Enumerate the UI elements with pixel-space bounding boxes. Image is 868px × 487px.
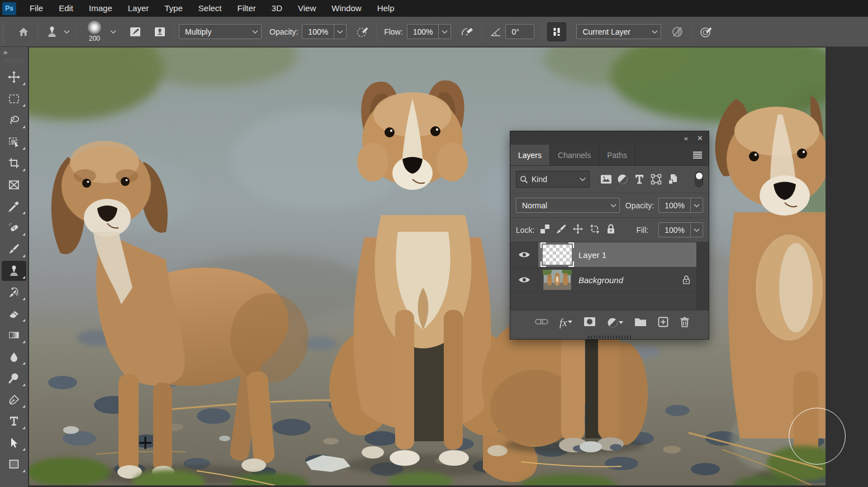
layer-opacity-value: 100% [659, 201, 690, 210]
tool-history-brush[interactable] [0, 281, 28, 303]
filter-kind-select[interactable]: Kind [516, 171, 590, 188]
tool-spot-healing-brush[interactable] [0, 217, 28, 239]
pressure-opacity-button[interactable] [353, 22, 372, 42]
tool-crop[interactable] [0, 152, 28, 174]
tool-dodge[interactable] [0, 367, 28, 389]
tool-rectangle[interactable] [0, 453, 28, 475]
pressure-size-button[interactable] [696, 22, 715, 42]
filter-smart-objects-button[interactable] [665, 174, 681, 185]
brush-angle-button[interactable] [486, 22, 505, 42]
menu-file[interactable]: File [22, 0, 51, 17]
new-layer-button[interactable] [658, 317, 668, 329]
toggle-brush-settings-button[interactable] [126, 22, 145, 42]
adjustment-flyout-triangle [619, 321, 623, 324]
collapse-panel-icon[interactable]: « [684, 134, 688, 142]
menu-window[interactable]: Window [324, 0, 369, 17]
tab-layers[interactable]: Layers [510, 145, 550, 165]
menu-type[interactable]: Type [156, 0, 191, 17]
toolbar-grip[interactable] [4, 59, 23, 63]
home-button[interactable] [14, 22, 33, 42]
filter-shape-layers-button[interactable] [648, 174, 665, 185]
background-thumbnail[interactable] [543, 270, 572, 290]
layer-row-layer1[interactable]: Layer 1 [510, 242, 709, 268]
add-layer-style-button[interactable]: fx [559, 317, 572, 329]
smart-object-filter-icon [667, 174, 679, 185]
tool-object-selection[interactable] [0, 131, 28, 153]
layer-name[interactable]: Background [578, 275, 623, 285]
delete-layer-button[interactable] [680, 316, 690, 329]
tool-type[interactable] [0, 410, 28, 432]
rectangle-shape-icon [7, 457, 21, 471]
tool-frame[interactable] [0, 174, 28, 196]
tool-brush[interactable] [0, 238, 28, 260]
flow-field[interactable]: 100% [407, 24, 452, 39]
layer-row-background[interactable]: Background [510, 268, 709, 293]
layers-scrollbar[interactable] [696, 242, 709, 310]
brush-preset-picker[interactable]: 200 [82, 21, 107, 42]
layer-opacity-field[interactable]: 100% [658, 198, 703, 213]
fill-field[interactable]: 100% [658, 222, 703, 237]
layer1-thumbnail[interactable] [543, 245, 572, 265]
close-panel-icon[interactable]: ✕ [697, 134, 703, 142]
tool-preset-chevron[interactable] [61, 30, 72, 34]
filter-pixel-layers-button[interactable] [597, 174, 614, 184]
sample-select[interactable]: Current Layer [576, 24, 661, 39]
ignore-adjustment-layers-icon [671, 25, 684, 39]
tab-paths[interactable]: Paths [599, 145, 635, 165]
tool-gradient[interactable] [0, 324, 28, 346]
opacity-field[interactable]: 100% [302, 24, 347, 39]
visibility-toggle[interactable] [510, 242, 538, 267]
menu-filter[interactable]: Filter [230, 0, 264, 17]
tool-preset-picker[interactable] [42, 22, 61, 42]
lock-transparency-button[interactable] [540, 224, 550, 236]
background-lock-badge[interactable] [682, 275, 691, 285]
chevron-down-icon [694, 228, 700, 232]
workspace-pasteboard [28, 47, 868, 487]
filter-adjustment-layers-button[interactable] [614, 174, 631, 185]
tool-eyedropper[interactable] [0, 195, 28, 217]
lock-artboard-button[interactable] [589, 223, 600, 236]
menu-image[interactable]: Image [81, 0, 120, 17]
brush-panel-icon [128, 25, 143, 39]
layer-blend-mode-select[interactable]: Normal [516, 198, 620, 213]
lock-position-button[interactable] [572, 223, 584, 236]
airbrush-button[interactable] [458, 22, 477, 42]
menu-3d[interactable]: 3D [264, 0, 290, 17]
tool-move[interactable] [0, 66, 28, 88]
options-bar-grip[interactable] [1, 21, 5, 43]
tool-clone-stamp[interactable] [0, 260, 28, 282]
menu-help[interactable]: Help [369, 0, 402, 17]
panel-menu-button[interactable] [686, 145, 709, 165]
brush-angle-field[interactable]: 0° [505, 24, 534, 39]
link-layers-button[interactable] [535, 318, 548, 327]
visibility-toggle[interactable] [510, 268, 538, 292]
filter-toggle-switch[interactable] [695, 171, 703, 187]
tool-eraser[interactable] [0, 303, 28, 325]
toggle-clone-source-button[interactable] [150, 22, 169, 42]
tool-path-selection[interactable] [0, 432, 28, 454]
menu-view[interactable]: View [290, 0, 324, 17]
brush-picker-chevron[interactable] [108, 30, 118, 34]
layer-name[interactable]: Layer 1 [578, 250, 606, 260]
blend-mode-select[interactable]: Multiply [179, 24, 262, 39]
lock-paint-button[interactable] [556, 223, 567, 236]
menu-layer[interactable]: Layer [120, 0, 157, 17]
tool-blur[interactable] [0, 346, 28, 368]
tab-channels[interactable]: Channels [550, 145, 599, 165]
add-layer-mask-button[interactable] [584, 317, 596, 328]
menu-select[interactable]: Select [191, 0, 230, 17]
toolbar-expand-button[interactable]: » [0, 47, 28, 57]
ignore-adjustment-layers-button[interactable] [668, 22, 687, 42]
menu-edit[interactable]: Edit [51, 0, 81, 17]
aligned-toggle-button[interactable] [547, 22, 566, 41]
filter-type-layers-button[interactable] [631, 174, 648, 184]
tool-pen[interactable] [0, 389, 28, 411]
new-adjustment-layer-button[interactable] [607, 317, 623, 328]
tool-lasso[interactable] [0, 109, 28, 131]
panel-resize-grip[interactable] [510, 335, 709, 339]
lock-all-button[interactable] [606, 223, 616, 236]
soft-round-brush-preview [88, 21, 101, 34]
tool-rectangular-marquee[interactable] [0, 88, 28, 110]
new-group-button[interactable] [634, 317, 647, 328]
layers-list: Layer 1 Background [510, 242, 709, 310]
